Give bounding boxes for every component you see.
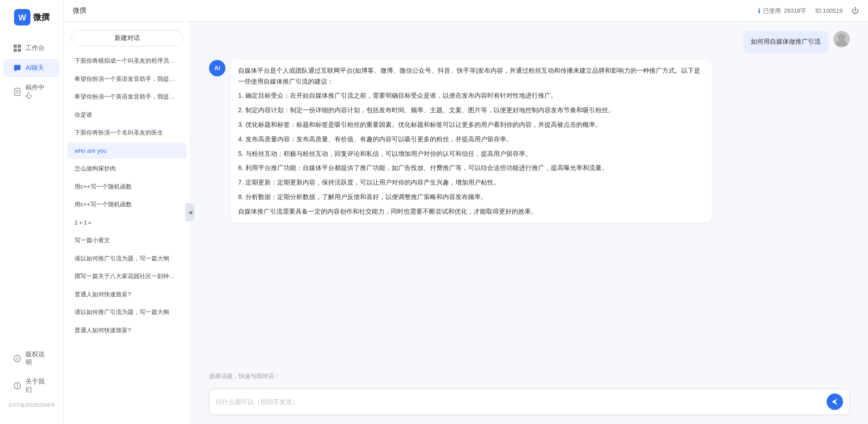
file-icon [13, 87, 22, 96]
topbar-title: 微撰 [73, 6, 86, 15]
ai-message-row: AI 自媒体平台是个人或团队通过互联网平台(如博客、微博、微信公众号、抖音、快手… [209, 60, 850, 223]
power-icon[interactable]: ⏻ [852, 7, 859, 15]
ai-para-5: 5. 与粉丝互动：积极与粉丝互动，回复评论和私信，可以增加用户对你的认可和信任，… [238, 149, 704, 160]
list-item[interactable]: 下面你将模拟成一个叫圣友的程序员，我说... [67, 53, 187, 69]
list-item[interactable]: 希望你扮演一个英语发音助手，我提供给你... [67, 71, 187, 87]
ai-para-1: 1. 确定目标受众：在开始自媒体推广引流之前，需要明确目标受众是谁，以便在发布内… [238, 90, 704, 101]
svg-point-15 [838, 34, 845, 41]
logo-icon: W [14, 9, 30, 25]
nav-items: 工作台 AI聊天 稿件中心 [0, 39, 63, 346]
sidebar-item-copyright-label: 版权说明 [25, 350, 50, 367]
list-item[interactable]: 普通人如何快速致富? [67, 286, 187, 303]
suggestions-area: 选择话题，快速与我对话： [191, 368, 868, 383]
sidebar-item-workbench-label: 工作台 [25, 44, 45, 52]
topbar: 微撰 ℹ 已使用: 28318字 ID:100519 ⏻ [64, 0, 868, 22]
chat-icon [13, 64, 22, 73]
id-info: ID:100519 [815, 7, 843, 14]
svg-rect-2 [14, 45, 17, 48]
usage-text: 已使用: 28318字 [763, 7, 806, 15]
user-message-bubble: 如何用自媒体做推广引流 [743, 31, 828, 53]
ai-para-8: 8. 分析数据：定期分析数据，了解用户反馈和喜好，以便调整推广策略和内容发布频率… [238, 192, 704, 203]
svg-text:W: W [18, 13, 26, 22]
list-item[interactable]: 怎么做狗屎炒肉 [67, 160, 187, 177]
logo-text: 微撰 [33, 12, 50, 23]
sidebar-item-ai-chat[interactable]: AI聊天 [4, 59, 60, 77]
ai-para-0: 自媒体平台是个人或团队通过互联网平台(如博客、微博、微信公众号、抖音、快手等)发… [238, 65, 704, 87]
usage-icon: ℹ [758, 7, 760, 15]
list-item[interactable]: 普通人如何快速致富? [67, 322, 187, 339]
sidebar-item-about[interactable]: 关于我们 [4, 373, 60, 399]
info-icon [13, 381, 22, 390]
icp-text: 京ICP备2022019348号 [0, 400, 63, 410]
ai-para-2: 2. 制定内容计划：制定一份详细的内容计划，包括发布时间、频率、主题、文案、图片… [238, 105, 704, 116]
input-area [191, 383, 868, 424]
ai-message-bubble: 自媒体平台是个人或团队通过互联网平台(如博客、微博、微信公众号、抖音、快手等)发… [231, 60, 712, 223]
ai-avatar: AI [209, 60, 225, 76]
ai-para-7: 7. 定期更新：定期更新内容，保持活跃度，可以让用户对你的内容产生兴趣，增加用户… [238, 177, 704, 188]
list-item[interactable]: 撰写一篇关于八大家花园社区一刻钟便民生... [67, 268, 187, 284]
svg-rect-3 [18, 45, 21, 48]
user-avatar [833, 31, 850, 47]
suggestions-label: 选择话题，快速与我对话： [209, 373, 280, 379]
sidebar-item-drafts[interactable]: 稿件中心 [4, 79, 60, 105]
ai-para-6: 6. 利用平台推广功能：自媒体平台都提供了推广功能，如广告投放、付费推广等，可以… [238, 163, 704, 174]
svg-rect-4 [14, 49, 17, 52]
sidebar-item-workbench[interactable]: 工作台 [4, 39, 60, 57]
input-box [209, 389, 850, 415]
chat-list: 新建对话 下面你将模拟成一个叫圣友的程序员，我说... 希望你扮演一个英语发音助… [64, 22, 191, 424]
usage-info: ℹ 已使用: 28318字 [758, 7, 806, 15]
grid-icon [13, 44, 22, 53]
list-item[interactable]: 用c++写一个随机函数 [67, 196, 187, 213]
list-item-active[interactable]: who are you [67, 143, 187, 159]
topbar-right: ℹ 已使用: 28318字 ID:100519 ⏻ [758, 7, 859, 15]
send-icon [831, 398, 839, 406]
sidebar-item-copyright[interactable]: © 版权说明 [4, 346, 60, 371]
sidebar: W 微撰 工作台 AI聊天 [0, 0, 64, 424]
sidebar-item-about-label: 关于我们 [25, 378, 50, 394]
content: 新建对话 下面你将模拟成一个叫圣友的程序员，我说... 希望你扮演一个英语发音助… [64, 22, 868, 424]
sidebar-item-ai-chat-label: AI聊天 [25, 64, 44, 72]
ai-para-4: 4. 发布高质量内容：发布高质量、有价值、有趣的内容可以吸引更多的粉丝，并提高用… [238, 134, 704, 145]
list-item[interactable]: 用c++写一个随机函数 [67, 179, 187, 195]
collapse-button[interactable]: ◀ [185, 203, 195, 221]
svg-text:©: © [16, 357, 19, 361]
messages-area: 如何用自媒体做推广引流 AI 自媒体平台是个人或团队通过互联网平台(如博客、微博… [191, 22, 868, 368]
list-item[interactable]: 1＋1＝ [67, 214, 187, 231]
list-item[interactable]: 你是谁 [67, 107, 187, 123]
ai-para-9: 自媒体推广引流需要具备一定的内容创作和社交能力，同时也需要不断尝试和优化，才能取… [238, 206, 704, 217]
list-item[interactable]: 写一篇小黄文 [67, 232, 187, 249]
chat-input[interactable] [216, 398, 822, 405]
list-item[interactable]: 希望你扮演一个英语发音助手，我提供给你... [67, 89, 187, 105]
list-item[interactable]: 请以如何推广引流为题，写一篇大纲 [67, 304, 187, 320]
new-chat-button[interactable]: 新建对话 [71, 30, 183, 46]
svg-point-14 [17, 384, 18, 385]
sidebar-bottom: © 版权说明 关于我们 京ICP备2022019348号 [0, 346, 63, 415]
sidebar-item-drafts-label: 稿件中心 [25, 84, 50, 100]
user-message-row: 如何用自媒体做推广引流 [209, 31, 850, 53]
list-item[interactable]: 请以如何推广引流为题，写一篇大纲 [67, 250, 187, 267]
main: 微撰 ℹ 已使用: 28318字 ID:100519 ⏻ 新建对话 下面你将模拟… [64, 0, 868, 424]
chat-window: 如何用自媒体做推广引流 AI 自媒体平台是个人或团队通过互联网平台(如博客、微博… [191, 22, 868, 424]
list-item[interactable]: 下面你将扮演一个名叫圣友的医生 [67, 125, 187, 141]
logo-area: W 微撰 [14, 9, 50, 25]
send-button[interactable] [827, 394, 843, 410]
ai-para-3: 3. 优化标题和标签：标题和标签是吸引粉丝的重要因素。优化标题和标签可以让更多的… [238, 120, 704, 130]
copyright-icon: © [13, 354, 22, 363]
svg-rect-5 [18, 49, 21, 52]
